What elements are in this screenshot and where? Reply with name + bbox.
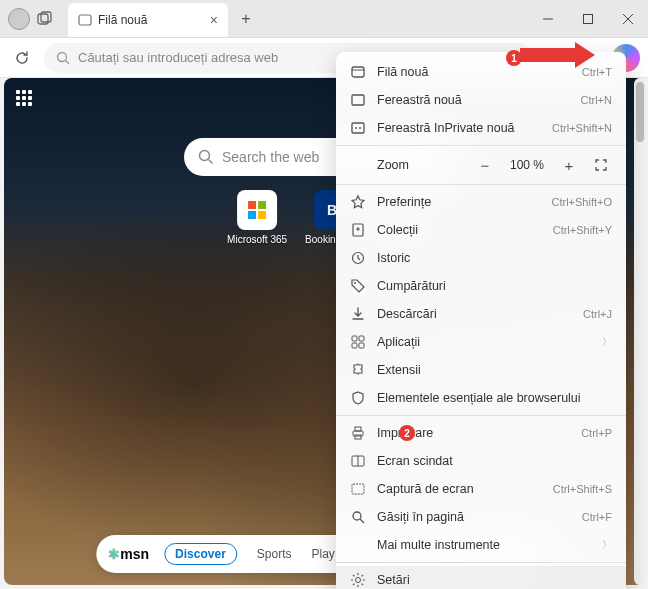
- menu-item-cump-r-turi[interactable]: Cumpărături: [336, 272, 626, 300]
- menu-item-aplica-ii[interactable]: Aplicații〉: [336, 328, 626, 356]
- search-icon: [56, 51, 70, 65]
- menu-item-label: Fereastră InPrivate nouă: [377, 121, 541, 135]
- svg-point-23: [359, 127, 361, 129]
- menu-item-label: Găsiți în pagină: [377, 510, 571, 524]
- search-icon: [198, 149, 214, 165]
- find-icon: [350, 509, 366, 525]
- scrollbar-thumb[interactable]: [636, 82, 644, 142]
- menu-item-extensii[interactable]: Extensii: [336, 356, 626, 384]
- menu-shortcut: Ctrl+Shift+O: [551, 196, 612, 208]
- apps-icon: [350, 334, 366, 350]
- zoom-value: 100 %: [506, 158, 548, 172]
- vertical-scrollbar[interactable]: [634, 78, 646, 585]
- menu-item-label: Aplicații: [377, 335, 591, 349]
- menu-item-set-ri[interactable]: Setări: [336, 566, 626, 589]
- menu-zoom-row: Zoom − 100 % +: [336, 149, 626, 181]
- tile-label: Microsoft 365: [227, 234, 287, 245]
- menu-item-label: Istoric: [377, 251, 612, 265]
- menu-item-mai-multe-instrumente[interactable]: Mai multe instrumente〉: [336, 531, 626, 559]
- svg-rect-34: [355, 427, 361, 431]
- menu-item-fereastr-inprivate-nou-[interactable]: Fereastră InPrivate nouăCtrl+Shift+N: [336, 114, 626, 142]
- menu-item-istoric[interactable]: Istoric: [336, 244, 626, 272]
- svg-rect-4: [584, 14, 593, 23]
- titlebar: Filă nouă × +: [0, 0, 648, 38]
- menu-item-desc-rc-ri[interactable]: DescărcăriCtrl+J: [336, 300, 626, 328]
- menu-shortcut: Ctrl+P: [581, 427, 612, 439]
- zoom-in-button[interactable]: +: [558, 154, 580, 176]
- tab-icon: [78, 13, 92, 27]
- menu-item-label: Extensii: [377, 363, 612, 377]
- callout-badge-2: 2: [399, 425, 415, 441]
- menu-item-label: Mai multe instrumente: [377, 538, 591, 552]
- svg-marker-44: [520, 42, 595, 68]
- msn-logo[interactable]: ✱msn: [108, 546, 149, 562]
- history-icon: [350, 250, 366, 266]
- new-tab-button[interactable]: +: [232, 5, 260, 33]
- svg-point-41: [356, 578, 361, 583]
- menu-item-colec-ii[interactable]: ColecțiiCtrl+Shift+Y: [336, 216, 626, 244]
- svg-point-12: [200, 151, 210, 161]
- menu-shortcut: Ctrl+F: [582, 511, 612, 523]
- svg-line-8: [66, 60, 70, 64]
- menu-item-label: Ecran scindat: [377, 454, 612, 468]
- menu-item-preferin-e[interactable]: PreferințeCtrl+Shift+O: [336, 188, 626, 216]
- split-icon: [350, 453, 366, 469]
- svg-rect-2: [79, 15, 91, 25]
- download-icon: [350, 306, 366, 322]
- fullscreen-button[interactable]: [590, 154, 612, 176]
- zoom-out-button[interactable]: −: [474, 154, 496, 176]
- search-placeholder: Search the web: [222, 149, 319, 165]
- menu-item-label: Elementele esențiale ale browserului: [377, 391, 612, 405]
- refresh-button[interactable]: [8, 44, 36, 72]
- workspaces-icon[interactable]: [36, 10, 54, 28]
- menu-item-imprimare[interactable]: ImprimareCtrl+P: [336, 419, 626, 447]
- svg-rect-29: [352, 336, 357, 341]
- tab-close-button[interactable]: ×: [210, 12, 218, 28]
- menu-item-ecran-scindat[interactable]: Ecran scindat: [336, 447, 626, 475]
- svg-point-7: [58, 52, 67, 61]
- menu-shortcut: Ctrl+J: [583, 308, 612, 320]
- svg-point-22: [355, 127, 357, 129]
- menu-item-elementele-esen-iale-ale-browserului[interactable]: Elementele esențiale ale browserului: [336, 384, 626, 412]
- newtab-icon: [350, 64, 366, 80]
- menu-shortcut: Ctrl+Shift+Y: [553, 224, 612, 236]
- browser-tab[interactable]: Filă nouă ×: [68, 3, 228, 37]
- svg-rect-14: [248, 201, 256, 209]
- menu-item-label: Cumpărături: [377, 279, 612, 293]
- svg-line-13: [209, 160, 213, 164]
- feed-tab-play[interactable]: Play: [312, 547, 335, 561]
- chevron-right-icon: 〉: [602, 538, 612, 552]
- quick-link-tile[interactable]: Microsoft 365: [227, 190, 287, 245]
- svg-rect-30: [359, 336, 364, 341]
- svg-rect-18: [352, 67, 364, 77]
- address-placeholder: Căutați sau introduceți adresa web: [78, 50, 278, 65]
- menu-item-label: Setări: [377, 573, 612, 587]
- puzzle-icon: [350, 362, 366, 378]
- minimize-button[interactable]: [528, 4, 568, 34]
- menu-item-label: Preferințe: [377, 195, 540, 209]
- menu-item-g-si-i-n-pagin-[interactable]: Găsiți în paginăCtrl+F: [336, 503, 626, 531]
- private-icon: [350, 120, 366, 136]
- svg-rect-31: [352, 343, 357, 348]
- svg-rect-38: [352, 484, 364, 494]
- svg-rect-15: [258, 201, 266, 209]
- menu-item-label: Fereastră nouă: [377, 93, 570, 107]
- shield-icon: [350, 390, 366, 406]
- svg-rect-17: [258, 211, 266, 219]
- collections-icon: [350, 222, 366, 238]
- maximize-button[interactable]: [568, 4, 608, 34]
- menu-item-captur-de-ecran[interactable]: Captură de ecranCtrl+Shift+S: [336, 475, 626, 503]
- menu-item-fereastr-nou-[interactable]: Fereastră nouăCtrl+N: [336, 86, 626, 114]
- svg-rect-21: [352, 123, 364, 133]
- apps-grid-icon[interactable]: [16, 90, 34, 108]
- feed-tab-sports[interactable]: Sports: [257, 547, 292, 561]
- menu-shortcut: Ctrl+N: [581, 94, 612, 106]
- window-icon: [350, 92, 366, 108]
- close-window-button[interactable]: [608, 4, 648, 34]
- svg-rect-32: [359, 343, 364, 348]
- menu-shortcut: Ctrl+Shift+N: [552, 122, 612, 134]
- svg-line-40: [360, 519, 364, 523]
- feed-tab-discover[interactable]: Discover: [164, 543, 237, 565]
- callout-arrow: [520, 42, 595, 68]
- profile-avatar[interactable]: [8, 8, 30, 30]
